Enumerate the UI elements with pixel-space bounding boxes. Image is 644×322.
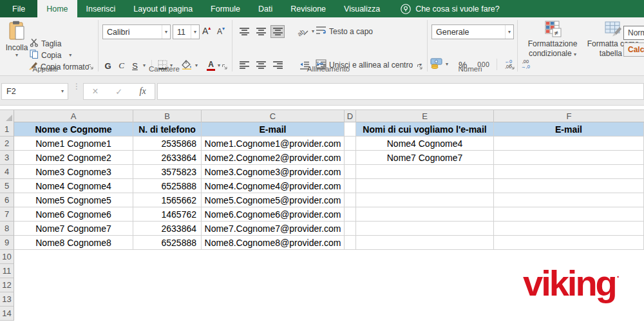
cell-D10[interactable] — [345, 250, 356, 264]
cell-A10[interactable] — [14, 250, 133, 264]
paste-button[interactable]: Incolla ▾ — [4, 21, 30, 58]
cell-F9[interactable] — [494, 236, 644, 250]
column-header-e[interactable]: E — [356, 110, 494, 122]
align-left-icon[interactable] — [237, 59, 251, 71]
cell-C13[interactable] — [202, 292, 345, 307]
cell-F7[interactable] — [494, 207, 644, 222]
cell-F6[interactable] — [494, 193, 644, 207]
cell-A7[interactable]: Nome6 Cognome6 — [14, 207, 133, 222]
cell-A11[interactable] — [14, 264, 133, 278]
cell-A9[interactable]: Nome8 Cognome8 — [14, 236, 133, 250]
cell-C1[interactable]: E-mail — [202, 122, 345, 137]
cell-D1[interactable] — [345, 122, 356, 137]
cell-C7[interactable]: Nome6.Cognome6@provider.com — [202, 207, 345, 222]
cell-E4[interactable] — [356, 165, 494, 179]
cell-C2[interactable]: Nome1.Cognome1@provider.com — [202, 137, 345, 151]
italic-button[interactable]: C — [116, 61, 127, 71]
tab-formule[interactable]: Formule — [202, 0, 249, 17]
bold-button[interactable]: G — [102, 61, 113, 71]
tab-file[interactable]: File — [0, 0, 37, 17]
align-right-icon[interactable] — [270, 59, 285, 71]
column-header-a[interactable]: A — [14, 110, 133, 122]
tab-visualizza[interactable]: Visualizza — [335, 0, 389, 17]
cell-C5[interactable]: Nome4.Cognome4@provider.com — [202, 179, 345, 193]
row-header-6[interactable]: 6 — [0, 193, 14, 207]
cell-E9[interactable] — [356, 236, 494, 250]
cell-E1[interactable]: Nomi di cui vogliamo l'e-mail — [356, 122, 494, 137]
font-color-dropdown-arrow[interactable]: ▾ — [218, 63, 220, 68]
cell-C14[interactable] — [202, 307, 345, 321]
cell-E6[interactable] — [356, 193, 494, 207]
cell-A8[interactable]: Nome7 Cognome7 — [14, 222, 133, 236]
decrease-decimal-button[interactable]: ,00 →,0 — [521, 59, 530, 70]
cell-A6[interactable]: Nome5 Cognome5 — [14, 193, 133, 207]
number-format-dropdown-arrow[interactable]: ▾ — [505, 25, 513, 39]
cell-D4[interactable] — [345, 165, 356, 179]
cell-D7[interactable] — [345, 207, 356, 222]
align-center-icon[interactable] — [254, 59, 268, 71]
cut-button[interactable]: Taglia — [30, 38, 61, 49]
numeri-dialog-launcher-icon[interactable] — [509, 63, 515, 72]
allineamento-dialog-launcher-icon[interactable] — [417, 63, 423, 72]
font-size-combo[interactable]: 11 ▾ — [173, 24, 200, 39]
cell-F8[interactable] — [494, 222, 644, 236]
cell-A3[interactable]: Nome2 Cognome2 — [14, 151, 133, 165]
carattere-dialog-launcher-icon[interactable] — [222, 63, 228, 72]
cell-B4[interactable]: 3575823 — [133, 165, 202, 179]
cell-D8[interactable] — [345, 222, 356, 236]
font-size-dropdown-arrow[interactable]: ▾ — [191, 25, 199, 39]
cell-B7[interactable]: 1465762 — [133, 207, 202, 222]
cell-B8[interactable]: 2633864 — [133, 222, 202, 236]
cell-C3[interactable]: Nome2.Cognome2@provider.com — [202, 151, 345, 165]
cell-E14[interactable] — [356, 307, 494, 321]
row-header-9[interactable]: 9 — [0, 236, 14, 250]
cell-E7[interactable] — [356, 207, 494, 222]
cell-F1[interactable]: E-mail — [494, 122, 644, 137]
cell-E8[interactable] — [356, 222, 494, 236]
shrink-font-button[interactable]: A▾ — [217, 26, 225, 36]
cell-style-normale[interactable]: Normale — [623, 26, 644, 40]
insert-function-icon[interactable]: fx — [140, 86, 146, 97]
cell-B6[interactable]: 1565662 — [133, 193, 202, 207]
row-header-5[interactable]: 5 — [0, 179, 14, 193]
cell-B5[interactable]: 6525888 — [133, 179, 202, 193]
align-bottom-icon[interactable] — [270, 25, 285, 38]
cell-F2[interactable] — [494, 137, 644, 151]
cell-A5[interactable]: Nome4 Cognome4 — [14, 179, 133, 193]
tab-home[interactable]: Home — [37, 0, 77, 17]
row-header-3[interactable]: 3 — [0, 151, 14, 165]
cell-B9[interactable]: 6525888 — [133, 236, 202, 250]
cell-F10[interactable] — [494, 250, 644, 264]
cell-style-calcolo[interactable]: Calcolo — [623, 43, 644, 57]
cell-B14[interactable] — [133, 307, 202, 321]
row-header-7[interactable]: 7 — [0, 207, 14, 222]
font-name-combo[interactable]: Calibri ▾ — [102, 24, 171, 39]
cell-E2[interactable]: Nome4 Cognome4 — [356, 137, 494, 151]
row-header-8[interactable]: 8 — [0, 222, 14, 236]
orientation-dropdown-arrow[interactable]: ▾ — [312, 29, 314, 34]
copy-dropdown-arrow[interactable]: ▾ — [69, 53, 71, 58]
cell-F3[interactable] — [494, 151, 644, 165]
number-format-combo[interactable]: Generale ▾ — [431, 24, 514, 39]
tell-me-box[interactable]: Che cosa si vuole fare? — [401, 0, 500, 17]
row-header-13[interactable]: 13 — [0, 292, 14, 307]
tab-layout-di-pagina[interactable]: Layout di pagina — [124, 0, 202, 17]
cell-E11[interactable] — [356, 264, 494, 278]
cell-E5[interactable] — [356, 179, 494, 193]
cell-D5[interactable] — [345, 179, 356, 193]
tab-dati[interactable]: Dati — [249, 0, 281, 17]
cell-F14[interactable] — [494, 307, 644, 321]
cell-A12[interactable] — [14, 278, 133, 292]
cell-B10[interactable] — [133, 250, 202, 264]
formula-input[interactable] — [157, 83, 644, 100]
name-box[interactable]: F2 ▾ — [1, 83, 68, 100]
font-name-dropdown-arrow[interactable]: ▾ — [162, 25, 170, 39]
cell-A14[interactable] — [14, 307, 133, 321]
cell-D2[interactable] — [345, 137, 356, 151]
tab-revisione[interactable]: Revisione — [281, 0, 335, 17]
cell-C9[interactable]: Nome8.Cognome8@provider.com — [202, 236, 345, 250]
select-all-corner[interactable] — [0, 110, 14, 122]
cell-D14[interactable] — [345, 307, 356, 321]
cell-B3[interactable]: 2633864 — [133, 151, 202, 165]
column-header-f[interactable]: F — [494, 110, 644, 122]
